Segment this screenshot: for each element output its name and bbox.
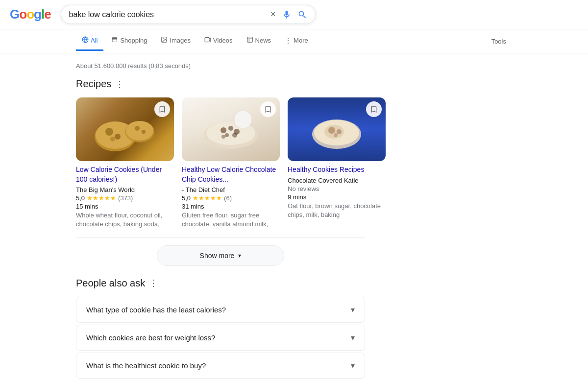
svg-point-20 [228,126,233,131]
tab-videos-label: Videos [213,37,233,44]
recipe-rating-2: 5,0 ★★★★★ (6) [182,194,280,202]
bookmark-button-3[interactable] [366,101,382,117]
paa-chevron-3: ▾ [351,361,355,370]
recipe-title-1[interactable]: Low Calorie Cookies (Under 100 calories!… [76,165,174,184]
tab-images-label: Images [170,37,191,44]
search-button[interactable] [297,10,307,20]
tab-more-label: More [294,37,308,44]
recipes-title: Recipes [76,78,111,90]
tab-shopping[interactable]: Shopping [105,31,153,51]
recipe-source-3: Chocolate Covered Katie [288,177,386,184]
nav-tabs: All Shopping Images Videos News ⋮ More T… [0,29,588,53]
recipe-image-2 [182,97,280,161]
tab-more[interactable]: ⋮ More [279,32,314,51]
search-bar: × [61,5,316,24]
clear-button[interactable]: × [270,9,276,20]
recipe-rating-value-2: 5,0 [182,194,191,202]
all-icon [82,36,89,45]
search-icons: × [270,9,307,20]
recipe-card-3[interactable]: Healthy Cookies Recipes Chocolate Covere… [288,97,386,229]
paa-question-2: Which cookies are best for weight loss? [86,333,215,342]
recipe-card-1[interactable]: Low Calorie Cookies (Under 100 calories!… [76,97,174,229]
svg-point-31 [324,125,344,139]
recipes-header: Recipes ⋮ [76,78,365,90]
paa-item-3[interactable]: What is the healthiest cookie to buy? ▾ [76,353,365,379]
paa-item-2[interactable]: Which cookies are best for weight loss? … [76,325,365,351]
tab-news[interactable]: News [241,31,277,51]
recipe-ingredients-2: Gluten free flour, sugar free chocolate,… [182,211,280,229]
tab-all[interactable]: All [76,31,103,51]
svg-point-3 [163,38,164,39]
images-icon [161,36,168,45]
recipes-divider [76,237,365,238]
recipe-stars-1: ★★★★★ [87,194,116,202]
recipe-time-3: 9 mins [288,193,386,201]
paa-menu-icon[interactable]: ⋮ [149,278,158,288]
tab-shopping-label: Shopping [120,37,147,44]
recipe-source-2: - The Diet Chef [182,186,280,193]
recipe-no-reviews-3: No reviews [288,185,386,192]
bookmark-button-2[interactable] [260,101,276,117]
header: Google × [0,0,588,29]
paa-question-1: What type of cookie has the least calori… [86,306,226,314]
videos-icon [204,36,211,45]
tab-videos[interactable]: Videos [198,31,239,51]
more-icon: ⋮ [285,37,292,45]
svg-rect-4 [205,37,209,42]
tab-all-label: All [91,37,98,44]
svg-point-16 [142,130,146,134]
tools-button[interactable]: Tools [486,33,512,50]
paa-item-1[interactable]: What type of cookie has the least calori… [76,297,365,323]
show-more-container: Show more ▾ [76,245,365,266]
svg-point-22 [225,133,229,137]
svg-point-14 [126,121,153,141]
svg-point-19 [220,127,226,133]
svg-point-25 [234,111,252,128]
recipe-title-3[interactable]: Healthy Cookies Recipes [288,165,386,175]
svg-point-10 [105,128,113,136]
svg-point-24 [221,135,225,139]
show-more-button[interactable]: Show more ▾ [157,245,284,266]
svg-point-15 [135,126,140,131]
chevron-down-icon: ▾ [238,252,241,259]
recipe-image-1 [76,97,174,161]
recipe-time-1: 15 mins [76,203,174,210]
svg-rect-5 [247,37,252,43]
recipe-stars-2: ★★★★★ [193,194,222,202]
paa-question-3: What is the healthiest cookie to buy? [86,361,206,370]
recipe-title-2[interactable]: Healthy Low Calorie Chocolate Chip Cooki… [182,165,280,184]
tab-news-label: News [255,37,271,44]
recipe-rating-1: 5,0 ★★★★★ (373) [76,194,174,202]
recipe-time-2: 31 mins [182,203,280,210]
microphone-button[interactable] [282,10,292,20]
search-input[interactable] [69,10,266,19]
bookmark-button-1[interactable] [154,101,170,117]
svg-point-12 [110,137,115,142]
recipe-rating-value-1: 5,0 [76,194,85,202]
paa-header: People also ask ⋮ [76,278,365,289]
recipe-review-count-2: (6) [224,194,232,202]
shopping-icon [111,36,118,45]
news-icon [246,36,253,45]
tab-images[interactable]: Images [155,31,196,51]
google-logo[interactable]: Google [10,7,51,22]
people-also-ask-section: People also ask ⋮ What type of cookie ha… [76,278,365,380]
recipes-grid: Low Calorie Cookies (Under 100 calories!… [76,97,365,229]
recipe-review-count-1: (373) [118,194,133,202]
paa-chevron-2: ▾ [351,333,355,342]
svg-point-23 [232,133,237,138]
recipe-source-1: The Big Man's World [76,186,174,193]
recipe-ingredients-3: Oat flour, brown sugar, chocolate chips,… [288,202,386,219]
results-area: About 51.600.000 results (0,83 seconds) … [0,53,441,380]
show-more-label: Show more [200,252,235,260]
recipes-menu-icon[interactable]: ⋮ [115,79,124,90]
paa-title: People also ask [76,278,145,289]
recipes-section: Recipes ⋮ [76,78,365,266]
results-count: About 51.600.000 results (0,83 seconds) [76,62,365,70]
paa-chevron-1: ▾ [351,305,355,314]
recipe-ingredients-1: Whole wheat flour, coconut oil, chocolat… [76,211,174,229]
recipe-card-2[interactable]: Healthy Low Calorie Chocolate Chip Cooki… [182,97,280,229]
svg-point-11 [115,134,121,140]
recipe-image-3 [288,97,386,161]
